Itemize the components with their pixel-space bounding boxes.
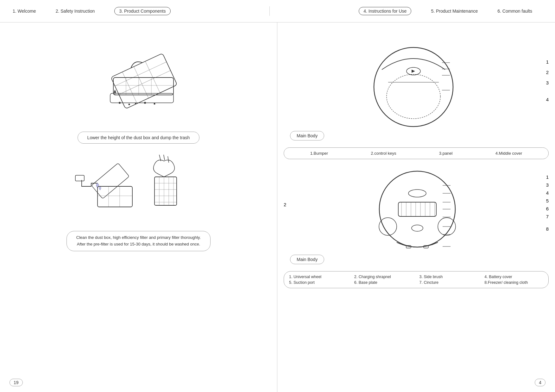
nav-item-welcome: 1. Welcome <box>13 9 36 14</box>
part-base-plate: 6. Base plate <box>354 280 413 285</box>
part-freezer-cloth: 8.Freezer/ cleaning cloth <box>484 280 543 285</box>
caption-2: Clean the dust box, high efficiency filt… <box>66 231 211 251</box>
parts-bar-bottom: 1. Universal wheel 2. Charging shrapnel … <box>284 271 549 288</box>
svg-rect-48 <box>398 202 436 216</box>
part-side-brush: 3. Side brush <box>419 275 478 279</box>
nav-item-instructions: 4. Instructions for Use <box>359 7 411 15</box>
nav-bar: 1. Welcome 2. Safety Instruction 3. Prod… <box>0 0 555 22</box>
bottom-label-6: 6 <box>546 206 549 211</box>
caption-1: Lower the height of the dust box and dum… <box>78 132 200 144</box>
part-cincture: 7. Cincture <box>419 280 478 285</box>
part-panel: 3.panel <box>439 151 453 156</box>
svg-rect-19 <box>75 175 84 181</box>
svg-point-41 <box>387 74 440 119</box>
nav-item-maintenance: 5. Product Maintenance <box>431 9 478 14</box>
part-bumper: 1.Bumper <box>310 151 328 156</box>
bottom-label-1: 1 <box>546 174 549 180</box>
svg-rect-28 <box>155 177 177 205</box>
bottom-label-4: 4 <box>546 190 549 196</box>
dustbox-svg-2 <box>66 155 211 221</box>
top-label-3: 3 <box>546 80 549 85</box>
nav-items: 1. Welcome 2. Safety Instruction 3. Prod… <box>13 6 542 16</box>
page-number-left: 19 <box>9 379 23 386</box>
main-body-label-top: Main Body <box>290 131 324 140</box>
nav-divider <box>269 6 270 16</box>
svg-line-12 <box>115 62 166 86</box>
svg-rect-14 <box>113 78 173 95</box>
svg-point-1 <box>119 102 121 104</box>
robot-bottom-view-svg <box>371 168 463 253</box>
bottom-label-8: 8 <box>546 226 549 232</box>
nav-right: 4. Instructions for Use 5. Product Maint… <box>359 7 542 15</box>
bottom-label-3: 3 <box>546 182 549 188</box>
top-label-1: 1 <box>546 59 549 65</box>
svg-line-27 <box>168 156 169 163</box>
svg-line-13 <box>119 71 170 95</box>
page-number-right: 4 <box>535 379 546 386</box>
left-content: Lower the height of the dust box and dum… <box>0 35 277 261</box>
bottom-label-7: 7 <box>546 214 549 219</box>
svg-rect-20 <box>98 186 132 207</box>
svg-marker-39 <box>412 70 415 73</box>
svg-point-37 <box>374 47 453 127</box>
top-label-2: 2 <box>546 70 549 75</box>
part-suction-port: 5. Suction port <box>289 280 348 285</box>
dustbox-svg-1 <box>79 46 199 119</box>
svg-point-47 <box>408 190 426 197</box>
parts-bar-top: 1.Bumper 2.control keys 3.panel 4.Middle… <box>284 147 549 159</box>
part-battery-cover: 4. Battery cover <box>484 275 543 279</box>
svg-rect-8 <box>111 53 177 109</box>
nav-left: 1. Welcome 2. Safety Instruction 3. Prod… <box>13 7 181 15</box>
part-universal-wheel: 1. Universal wheel <box>289 275 348 279</box>
right-content: 1 2 3 4 Main Body 1.Bumper 2.control key… <box>277 35 555 288</box>
page-container: 1. Welcome 2. Safety Instruction 3. Prod… <box>0 0 555 392</box>
svg-line-26 <box>163 155 165 160</box>
nav-item-safety: 2. Safety Instruction <box>56 9 95 14</box>
part-control-keys: 2.control keys <box>371 151 396 156</box>
svg-marker-7 <box>114 90 116 93</box>
svg-point-5 <box>154 103 155 105</box>
svg-point-4 <box>144 102 146 104</box>
top-label-4: 4 <box>546 97 549 102</box>
svg-rect-24 <box>91 163 129 199</box>
right-page: 1 2 3 4 Main Body 1.Bumper 2.control key… <box>277 0 555 392</box>
bottom-label-5: 5 <box>546 198 549 203</box>
dustbox-illustration-2 <box>13 153 264 223</box>
nav-item-faults: 6. Common faults <box>497 9 532 14</box>
svg-point-59 <box>412 225 423 231</box>
svg-point-2 <box>128 104 130 105</box>
robot-top-view-svg <box>369 41 458 130</box>
nav-item-components: 3. Product Components <box>114 7 170 15</box>
part-middle-cover: 4.Middle cover <box>495 151 522 156</box>
part-charging-shrapnel: 2. Charging shrapnel <box>354 275 413 279</box>
main-body-label-bottom: Main Body <box>290 255 324 264</box>
left-page: Lower the height of the dust box and dum… <box>0 0 277 392</box>
dustbox-illustration-1 <box>13 41 264 123</box>
bottom-left-label-2: 2 <box>284 202 286 207</box>
